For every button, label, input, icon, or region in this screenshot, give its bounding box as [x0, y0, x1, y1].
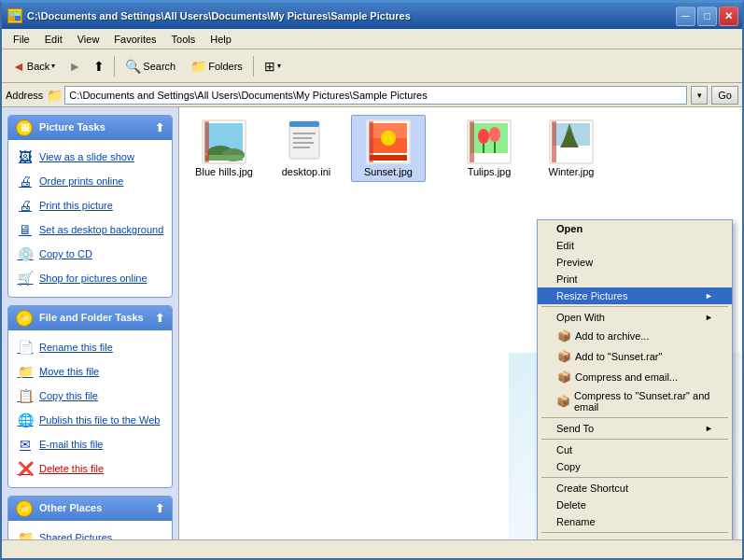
window-title: C:\Documents and Settings\All Users\Docu…	[27, 10, 411, 21]
ctx-copy[interactable]: Copy	[538, 458, 732, 475]
ctx-add-rar[interactable]: 📦 Add to "Sunset.rar"	[538, 346, 732, 367]
address-dropdown[interactable]: ▾	[691, 86, 708, 105]
file-area[interactable]: XP	[179, 107, 742, 539]
ctx-print[interactable]: Print	[538, 271, 732, 287]
toolbar-sep-2	[253, 56, 254, 77]
ctx-add-rar-icon: 📦	[556, 349, 571, 364]
file-winter[interactable]: Winter.jpg	[534, 115, 609, 182]
svg-rect-1	[9, 12, 15, 16]
file-blue-hills[interactable]: Blue hills.jpg	[187, 115, 261, 182]
address-input[interactable]	[64, 86, 687, 105]
ctx-open-with[interactable]: Open With ►	[538, 309, 732, 326]
go-button[interactable]: Go	[711, 86, 738, 105]
file-folder-tasks-header[interactable]: 📁 File and Folder Tasks ⬆	[8, 306, 172, 330]
menu-favorites[interactable]: Favorites	[106, 32, 163, 47]
ctx-edit[interactable]: Edit	[538, 237, 732, 254]
order-prints-link[interactable]: 🖨 Order prints online	[12, 170, 168, 192]
ctx-send-to-arrow: ►	[705, 424, 713, 433]
file-sunset[interactable]: Sunset.jpg	[351, 115, 426, 182]
ctx-add-rar-label: Add to "Sunset.rar"	[575, 351, 662, 362]
ctx-compress-email[interactable]: 📦 Compress and email...	[538, 367, 732, 387]
ctx-create-shortcut[interactable]: Create Shortcut	[538, 480, 732, 497]
svg-rect-2	[15, 12, 21, 16]
copy-file-label: Copy this file	[39, 390, 98, 401]
svg-rect-12	[205, 155, 243, 161]
shared-pictures-icon: 📁	[16, 528, 35, 539]
copy-file-link[interactable]: 📋 Copy this file	[12, 385, 168, 407]
left-panel: 🖼 Picture Tasks ⬆ 🖼 View as a slide show…	[2, 107, 179, 539]
copy-cd-icon: 💿	[16, 245, 35, 263]
email-link[interactable]: ✉ E-mail this file	[12, 433, 168, 455]
picture-tasks-content: 🖼 View as a slide show 🖨 Order prints on…	[8, 140, 172, 297]
forward-arrow-icon: ►	[68, 59, 81, 74]
copy-cd-link[interactable]: 💿 Copy to CD	[12, 243, 168, 265]
print-link[interactable]: 🖨 Print this picture	[12, 194, 168, 217]
slideshow-link[interactable]: 🖼 View as a slide show	[12, 146, 168, 168]
maximize-button[interactable]: □	[697, 7, 717, 26]
ctx-rename[interactable]: Rename	[538, 513, 732, 530]
shop-link[interactable]: 🛒 Shop for pictures online	[12, 267, 168, 289]
ctx-open[interactable]: Open	[538, 220, 732, 237]
svg-point-31	[489, 127, 500, 142]
picture-tasks-title: Picture Tasks	[39, 121, 105, 133]
slideshow-icon: 🖼	[16, 147, 35, 166]
picture-tasks-header[interactable]: 🖼 Picture Tasks ⬆	[8, 116, 172, 140]
views-icon: ⊞	[264, 59, 275, 74]
rename-link[interactable]: 📄 Rename this file	[12, 336, 168, 358]
menu-tools[interactable]: Tools	[164, 32, 204, 47]
search-label: Search	[143, 61, 175, 72]
other-places-content: 📁 Shared Pictures 📁 My Pictures	[8, 521, 172, 539]
ctx-delete-label: Delete	[556, 499, 586, 511]
back-button[interactable]: ◄ Back ▾	[6, 55, 62, 77]
toolbar-sep-1	[114, 56, 115, 77]
menu-view[interactable]: View	[70, 32, 107, 47]
ctx-preview[interactable]: Preview	[538, 254, 732, 271]
order-prints-icon: 🖨	[16, 172, 35, 190]
ctx-send-to[interactable]: Send To ►	[538, 420, 732, 437]
file-desktop-ini[interactable]: desktop.ini	[269, 115, 344, 182]
move-link[interactable]: 📁 Move this file	[12, 360, 168, 383]
ctx-open-with-arrow: ►	[705, 313, 713, 322]
up-button[interactable]: ⬆	[88, 55, 110, 77]
views-button[interactable]: ⊞ ▾	[258, 55, 288, 77]
ctx-compress-email-icon: 📦	[556, 370, 571, 385]
ctx-add-archive[interactable]: 📦 Add to archive...	[538, 326, 732, 346]
forward-button[interactable]: ►	[63, 55, 86, 77]
ctx-properties[interactable]: Properties	[538, 535, 732, 539]
close-button[interactable]: ✕	[719, 7, 738, 26]
svg-rect-33	[494, 142, 496, 153]
minimize-button[interactable]: ─	[676, 7, 695, 26]
menu-file[interactable]: File	[6, 32, 37, 47]
ctx-preview-label: Preview	[556, 257, 593, 268]
copy-cd-label: Copy to CD	[39, 248, 92, 259]
desktop-ini-name: desktop.ini	[282, 166, 331, 177]
file-tulips[interactable]: Tulips.jpg	[452, 115, 526, 182]
publish-link[interactable]: 🌐 Publish this file to the Web	[12, 409, 168, 431]
ctx-delete[interactable]: Delete	[538, 497, 732, 513]
email-label: E-mail this file	[39, 439, 103, 450]
up-arrow-icon: ⬆	[93, 59, 105, 74]
folders-button[interactable]: 📁 Folders	[184, 55, 249, 77]
other-places-header[interactable]: 📁 Other Places ⬆	[8, 497, 172, 521]
address-folder-icon: 📁	[47, 88, 63, 103]
publish-label: Publish this file to the Web	[39, 414, 160, 426]
picture-tasks-section: 🖼 Picture Tasks ⬆ 🖼 View as a slide show…	[7, 115, 173, 298]
move-label: Move this file	[39, 366, 99, 377]
desktop-ini-icon	[284, 119, 329, 164]
other-places-icon: 📁	[16, 500, 33, 517]
shared-pictures-label: Shared Pictures	[39, 532, 112, 539]
search-button[interactable]: 🔍 Search	[119, 55, 182, 77]
desktop-bg-link[interactable]: 🖥 Set as desktop background	[12, 218, 168, 241]
shop-icon: 🛒	[16, 269, 35, 287]
shared-pictures-link[interactable]: 📁 Shared Pictures	[12, 526, 168, 539]
ctx-create-shortcut-label: Create Shortcut	[556, 483, 628, 494]
shop-label: Shop for pictures online	[39, 273, 147, 284]
svg-point-24	[381, 131, 396, 146]
ctx-cut[interactable]: Cut	[538, 441, 732, 458]
ctx-resize-pictures[interactable]: Resize Pictures ►	[538, 287, 732, 304]
menu-help[interactable]: Help	[203, 32, 239, 47]
menu-edit[interactable]: Edit	[37, 32, 70, 47]
folders-label: Folders	[208, 61, 243, 72]
delete-link[interactable]: ❌ Delete this file	[12, 457, 168, 480]
ctx-compress-rar-email[interactable]: 📦 Compress to "Sunset.rar" and email	[538, 387, 732, 415]
